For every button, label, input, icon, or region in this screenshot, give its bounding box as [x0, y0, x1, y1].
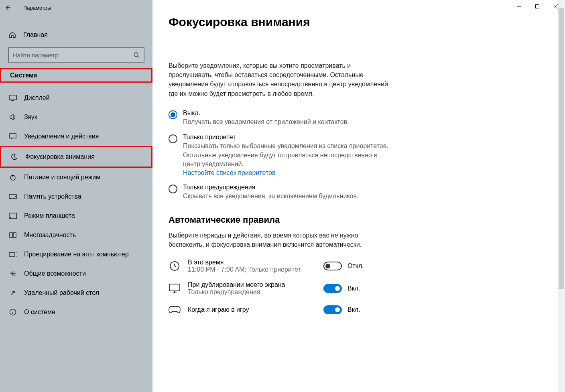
rules-description: Выберите периоды и действия, во время ко…: [169, 231, 393, 249]
nav-home[interactable]: Главная: [0, 26, 152, 43]
info-icon: [9, 308, 17, 316]
sidebar-item-label: Уведомления и действия: [24, 133, 99, 140]
remote-icon: [9, 289, 17, 297]
home-icon: [9, 31, 16, 39]
rule-label: При дублировании моего экрана: [188, 281, 316, 288]
sidebar-item-projecting[interactable]: Проецирование на этот компьютер: [0, 245, 152, 264]
category-label: Система: [6, 69, 41, 81]
multitasking-icon: [9, 231, 17, 239]
sidebar-item-label: Режим планшета: [24, 212, 75, 219]
maximize-button[interactable]: [528, 0, 547, 13]
rule-toggle[interactable]: [323, 305, 342, 314]
projecting-icon: [9, 250, 17, 258]
display-icon: [9, 94, 17, 102]
sidebar-item-shared[interactable]: Общие возможности: [0, 264, 152, 283]
rule-playing-game[interactable]: Когда я играю в игру Вкл.: [169, 304, 538, 316]
sidebar-item-label: Память устройства: [24, 193, 81, 200]
rule-toggle[interactable]: [323, 262, 342, 270]
svg-point-7: [10, 217, 11, 218]
sidebar-item-focus-assist[interactable]: Фокусировка внимания: [0, 146, 152, 168]
toggle-state: Откл.: [348, 262, 364, 270]
gamepad-icon: [169, 304, 181, 316]
focus-mode-radio-group: Выкл. Получать все уведомления от прилож…: [169, 110, 393, 201]
radio-off[interactable]: Выкл. Получать все уведомления от прилож…: [169, 110, 393, 126]
customize-priority-link[interactable]: Настройте список приоритетов: [183, 169, 393, 177]
radio-alarms-only[interactable]: Только предупреждения Скрывать все уведо…: [169, 184, 393, 201]
svg-rect-10: [9, 252, 15, 256]
storage-icon: [9, 193, 17, 201]
arrow-left-icon: [4, 4, 11, 11]
moon-icon: [10, 153, 18, 161]
close-button[interactable]: [547, 0, 565, 13]
radio-label: Только предупреждения: [183, 184, 358, 191]
nav-home-label: Главная: [23, 31, 48, 39]
radio-label: Только приоритет: [183, 134, 393, 141]
radio-button[interactable]: [169, 110, 177, 119]
toggle-state: Вкл.: [348, 306, 360, 313]
window-controls: [510, 0, 565, 13]
sidebar-item-label: Звук: [24, 114, 37, 121]
radio-button[interactable]: [169, 185, 177, 193]
svg-rect-8: [10, 233, 12, 238]
sidebar-item-tablet[interactable]: Режим планшета: [0, 206, 152, 225]
search-input[interactable]: [13, 52, 133, 59]
svg-point-5: [15, 196, 16, 197]
sound-icon: [9, 113, 17, 121]
sidebar-item-label: Проецирование на этот компьютер: [24, 251, 129, 258]
category-highlight: Система: [0, 68, 152, 83]
search-box[interactable]: [8, 47, 144, 63]
window-title: Параметры: [15, 5, 51, 11]
sidebar-item-label: Удаленный рабочий стол: [24, 289, 99, 297]
titlebar: Параметры: [0, 0, 152, 15]
sidebar-item-notifications[interactable]: Уведомления и действия: [0, 127, 152, 146]
sidebar-item-about[interactable]: О системе: [0, 303, 152, 322]
page-description: Выберите уведомления, которые вы хотите …: [169, 61, 393, 98]
back-button[interactable]: [0, 0, 15, 15]
sidebar-item-label: Общие возможности: [24, 270, 86, 277]
clock-icon: [169, 260, 181, 272]
radio-priority-only[interactable]: Только приоритет Показывать только выбра…: [169, 134, 393, 177]
tablet-icon: [9, 212, 17, 220]
sidebar-item-power[interactable]: Питание и спящий режим: [0, 168, 152, 187]
page-title: Фокусировка внимания: [169, 15, 538, 29]
svg-rect-13: [169, 284, 180, 291]
sidebar-item-sound[interactable]: Звук: [0, 108, 152, 127]
radio-label: Выкл.: [183, 110, 349, 117]
sidebar-item-label: Многозадачность: [24, 232, 76, 239]
radio-button[interactable]: [169, 134, 177, 143]
radio-description: Скрывать все уведомления, за исключением…: [183, 192, 358, 201]
rule-during-these-times[interactable]: В это время 11:00 PM - 7:00 AM; Только п…: [169, 259, 538, 273]
rules-list: В это время 11:00 PM - 7:00 AM; Только п…: [169, 259, 538, 316]
shared-icon: [9, 270, 17, 278]
sidebar-item-storage[interactable]: Память устройства: [0, 187, 152, 206]
svg-rect-1: [9, 95, 16, 100]
rule-sub: 11:00 PM - 7:00 AM; Только приоритет: [188, 266, 316, 273]
svg-rect-2: [10, 134, 16, 138]
rule-toggle[interactable]: [323, 284, 342, 293]
content-pane: Фокусировка внимания Выберите уведомлени…: [152, 0, 565, 392]
sidebar-item-remote-desktop[interactable]: Удаленный рабочий стол: [0, 283, 152, 303]
toggle-state: Вкл.: [348, 285, 360, 292]
rule-label: В это время: [188, 259, 316, 266]
rule-duplicating-display[interactable]: При дублировании моего экрана Только пре…: [169, 281, 538, 296]
scrollbar-thumb[interactable]: [559, 8, 564, 289]
sidebar-item-display[interactable]: Дисплей: [0, 88, 152, 108]
monitor-icon: [169, 282, 181, 295]
sidebar-item-multitasking[interactable]: Многозадачность: [0, 225, 152, 245]
nav-list: Дисплей Звук Уведомления и действия Фоку…: [0, 88, 152, 322]
svg-rect-9: [13, 233, 16, 238]
rule-sub: Только предупреждения: [188, 288, 316, 296]
sidebar-item-label: О системе: [24, 309, 55, 316]
sidebar-item-label: Питание и спящий режим: [24, 174, 100, 181]
sidebar-item-label: Фокусировка внимания: [25, 153, 95, 160]
notifications-icon: [9, 132, 17, 140]
search-icon: [133, 52, 140, 58]
sidebar: Параметры Главная Система Дисплей: [0, 0, 152, 392]
sidebar-item-label: Дисплей: [24, 94, 50, 102]
radio-description: Получать все уведомления от приложений и…: [183, 118, 349, 126]
svg-point-0: [134, 53, 138, 57]
rules-header: Автоматические правила: [169, 215, 538, 225]
scrollbar[interactable]: [558, 0, 565, 392]
power-icon: [9, 173, 17, 181]
minimize-button[interactable]: [510, 0, 528, 13]
